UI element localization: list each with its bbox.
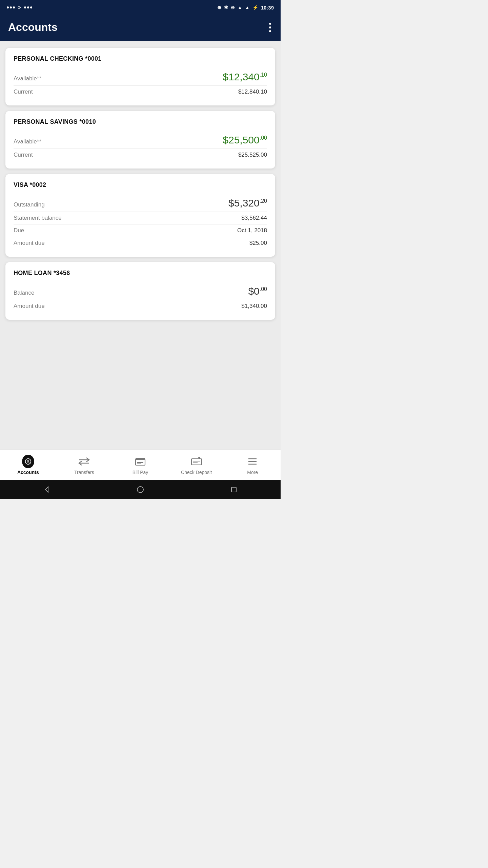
- app-header: Accounts: [0, 15, 281, 41]
- checkdeposit-icon: [190, 455, 203, 468]
- bottom-nav: $ Accounts Transfers Bill P: [0, 450, 281, 480]
- account-card-home-loan[interactable]: HOME LOAN *3456 Balance $0.00 Amount due…: [5, 262, 275, 320]
- checking-current-value: $12,840.10: [238, 88, 267, 95]
- loan-balance-value: $0.00: [248, 285, 267, 297]
- nav-more-label: More: [247, 470, 258, 475]
- loan-balance-row: Balance $0.00: [14, 283, 267, 300]
- visa-due-value: Oct 1, 2018: [237, 227, 267, 234]
- svg-rect-5: [136, 458, 145, 460]
- minus-circle-icon: ⊖: [231, 5, 235, 10]
- sync-icon: ⟳: [18, 5, 21, 10]
- loan-amount-due-value: $1,340.00: [241, 303, 267, 310]
- savings-available-label: Available**: [14, 138, 41, 145]
- svg-text:$: $: [27, 459, 29, 464]
- savings-available-row: Available** $25,500.00: [14, 132, 267, 149]
- savings-current-value: $25,525.00: [238, 152, 267, 158]
- visa-statement-label: Statement balance: [14, 215, 62, 221]
- battery-icon: ⚡: [252, 5, 258, 10]
- brightness-icon: ⊕: [217, 5, 221, 10]
- home-button[interactable]: [134, 484, 146, 496]
- visa-amount-due-value: $25.00: [249, 240, 267, 246]
- checking-available-label: Available**: [14, 75, 41, 82]
- nav-item-transfers[interactable]: Transfers: [56, 450, 113, 480]
- account-card-personal-checking[interactable]: PERSONAL CHECKING *0001 Available** $12,…: [5, 48, 275, 105]
- nav-item-billpay[interactable]: Bill Pay: [112, 450, 168, 480]
- back-button[interactable]: [41, 484, 53, 496]
- svg-point-16: [137, 487, 143, 493]
- page-title: Accounts: [8, 21, 58, 34]
- checking-current-row: Current $12,840.10: [14, 86, 267, 98]
- account-card-personal-savings[interactable]: PERSONAL SAVINGS *0010 Available** $25,5…: [5, 111, 275, 169]
- savings-available-value: $25,500.00: [223, 134, 267, 146]
- account-card-visa[interactable]: VISA *0002 Outstanding $5,320.20 Stateme…: [5, 174, 275, 257]
- nav-transfers-label: Transfers: [74, 470, 94, 475]
- recents-button[interactable]: [228, 484, 240, 496]
- svg-rect-8: [191, 459, 202, 465]
- android-nav-bar: [0, 480, 281, 499]
- visa-amount-due-row: Amount due $25.00: [14, 237, 267, 249]
- transfers-icon: [78, 455, 90, 468]
- visa-amount-due-label: Amount due: [14, 240, 45, 246]
- account-name-checking: PERSONAL CHECKING *0001: [14, 55, 267, 62]
- visa-outstanding-value: $5,320.20: [228, 197, 267, 209]
- visa-outstanding-label: Outstanding: [14, 201, 45, 208]
- svg-rect-17: [231, 487, 236, 492]
- visa-statement-row: Statement balance $3,562.44: [14, 212, 267, 224]
- visa-statement-value: $3,562.44: [241, 215, 267, 221]
- time-display: 10:39: [261, 5, 274, 11]
- checking-available-value: $12,340.10: [223, 71, 267, 83]
- more-vert-icon[interactable]: [268, 21, 272, 34]
- signal-icon: [7, 6, 15, 8]
- checking-available-row: Available** $12,340.10: [14, 68, 267, 86]
- svg-marker-15: [45, 487, 48, 492]
- savings-current-label: Current: [14, 152, 33, 158]
- visa-due-label: Due: [14, 227, 24, 234]
- savings-current-row: Current $25,525.00: [14, 149, 267, 161]
- status-bar: ⟳ ⊕ ✱ ⊖ ▲ ▲ ⚡ 10:39: [0, 0, 281, 15]
- bluetooth-icon: ✱: [224, 5, 228, 10]
- nav-billpay-label: Bill Pay: [133, 470, 148, 475]
- nav-item-more[interactable]: More: [224, 450, 281, 480]
- loan-amount-due-label: Amount due: [14, 303, 45, 310]
- accounts-list: PERSONAL CHECKING *0001 Available** $12,…: [0, 41, 281, 450]
- checking-current-label: Current: [14, 88, 33, 95]
- nav-checkdeposit-label: Check Deposit: [181, 470, 212, 475]
- nav-item-checkdeposit[interactable]: Check Deposit: [168, 450, 225, 480]
- carrier-dots-icon: [24, 6, 32, 8]
- nav-item-accounts[interactable]: $ Accounts: [0, 450, 56, 480]
- billpay-icon: [134, 455, 146, 468]
- status-right: ⊕ ✱ ⊖ ▲ ▲ ⚡ 10:39: [217, 5, 274, 11]
- more-icon: [246, 455, 259, 468]
- loan-amount-due-row: Amount due $1,340.00: [14, 300, 267, 312]
- account-name-home-loan: HOME LOAN *3456: [14, 270, 267, 277]
- loan-balance-label: Balance: [14, 290, 34, 296]
- account-name-visa: VISA *0002: [14, 181, 267, 189]
- wifi-icon: ▲: [238, 5, 242, 10]
- visa-outstanding-row: Outstanding $5,320.20: [14, 195, 267, 212]
- signal-strength-icon: ▲: [245, 5, 250, 10]
- accounts-icon: $: [22, 455, 34, 468]
- status-left: ⟳: [7, 5, 32, 10]
- account-name-savings: PERSONAL SAVINGS *0010: [14, 118, 267, 125]
- nav-accounts-label: Accounts: [17, 470, 39, 475]
- visa-due-row: Due Oct 1, 2018: [14, 224, 267, 237]
